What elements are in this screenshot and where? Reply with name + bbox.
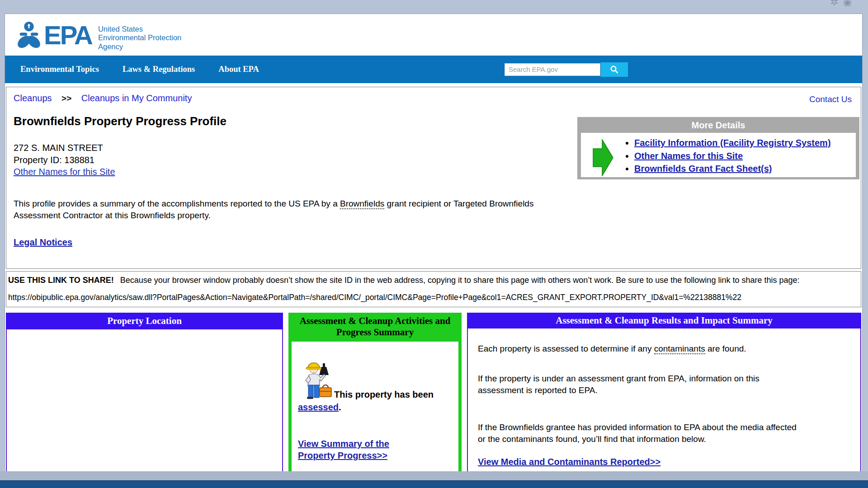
legal-notices-row: Legal Notices [14, 237, 854, 248]
search-icon [610, 65, 619, 74]
sparkle-icon[interactable]: ✲ [830, 0, 843, 6]
epa-logo[interactable]: EPA [15, 21, 92, 49]
window-corner-icons: ✲◉ [830, 0, 856, 6]
site-search [505, 62, 628, 77]
brownfields-term[interactable]: Brownfields [340, 199, 384, 209]
breadcrumb-cleanups-community[interactable]: Cleanups in My Community [81, 93, 192, 103]
more-details-box: More Details Facility Information (Facil… [577, 117, 859, 179]
legal-notices-link[interactable]: Legal Notices [14, 237, 72, 247]
results-paragraph-1: Each property is assessed to determine i… [478, 343, 803, 355]
contact-us-link[interactable]: Contact Us [809, 94, 852, 104]
search-input[interactable] [505, 63, 600, 76]
status-text: This property has been [334, 389, 434, 399]
profile-description: This profile provides a summary of the a… [14, 198, 552, 222]
site-header: EPA United States Environmental Protecti… [5, 14, 862, 56]
worker-assessment-icon [298, 358, 332, 399]
assessment-status: This property has been [298, 358, 452, 399]
more-details-links: Facility Information (Facility Registry … [634, 136, 831, 175]
more-details-body: Facility Information (Facility Registry … [581, 133, 856, 177]
search-button[interactable] [601, 62, 628, 77]
view-media-contaminants-link[interactable]: View Media and Contaminants Reported>> [478, 457, 660, 467]
other-names-link[interactable]: Other Names for this Site [634, 150, 743, 162]
activities-header: Assessment & Cleanup Activities and Prog… [292, 313, 458, 342]
contaminants-term[interactable]: contaminants [654, 344, 705, 354]
horizontal-scrollbar-track[interactable] [0, 471, 868, 480]
grant-fact-sheets-link[interactable]: Brownfields Grant Fact Sheet(s) [634, 162, 772, 175]
share-instructions: USE THIS LINK TO SHARE!Because your brow… [8, 276, 858, 285]
view-summary-progress-link[interactable]: View Summary of the Property Progress>> [298, 438, 420, 461]
results-header: Assessment & Cleanup Results and Impact … [467, 313, 861, 328]
column-gap [462, 313, 467, 473]
epa-wordmark: EPA [44, 23, 92, 48]
column-gap [283, 313, 288, 473]
breadcrumb-separator: >> [61, 94, 71, 103]
epa-flower-icon [15, 21, 43, 49]
property-location-column: Property Location [6, 313, 283, 473]
status-line2: assessed. [298, 402, 452, 413]
breadcrumb: Cleanups >> Cleanups in My Community [14, 93, 854, 103]
activities-body: This property has been assessed. View Su… [292, 342, 458, 473]
other-names-site-link[interactable]: Other Names for this Site [14, 167, 115, 177]
results-body: Each property is assessed to determine i… [467, 328, 861, 473]
summary-columns: Property Location Assessment & Cleanup A… [6, 313, 861, 473]
browser-page: EPA United States Environmental Protecti… [5, 14, 863, 473]
assessed-link[interactable]: assessed [298, 402, 339, 412]
facility-information-link[interactable]: Facility Information (Facility Registry … [634, 136, 831, 149]
results-column: Assessment & Cleanup Results and Impact … [467, 313, 861, 473]
list-item: Other Names for this Site [634, 150, 831, 162]
globe-icon[interactable]: ◉ [843, 0, 856, 6]
agency-name: United States Environmental Protection A… [98, 25, 181, 51]
green-arrow-icon [593, 139, 613, 176]
primary-navbar: Environmental Topics Laws & Regulations … [5, 56, 862, 83]
activities-column: Assessment & Cleanup Activities and Prog… [288, 313, 462, 473]
share-link-box: USE THIS LINK TO SHARE!Because your brow… [6, 271, 861, 307]
property-location-header: Property Location [6, 313, 283, 329]
profile-content-box: Contact Us Cleanups >> Cleanups in My Co… [6, 87, 861, 269]
property-location-map[interactable] [6, 329, 283, 473]
list-item: Facility Information (Facility Registry … [634, 136, 831, 149]
results-paragraph-3: If the Brownfields grantee has provided … [478, 422, 803, 445]
more-details-title: More Details [581, 119, 856, 133]
results-paragraph-2: If the property is under an assessment g… [478, 373, 803, 396]
breadcrumb-cleanups[interactable]: Cleanups [14, 93, 52, 103]
bottom-bar [0, 480, 868, 488]
list-item: Brownfields Grant Fact Sheet(s) [634, 162, 831, 175]
nav-laws-regulations[interactable]: Laws & Regulations [123, 65, 195, 74]
nav-about-epa[interactable]: About EPA [218, 65, 259, 74]
share-title: USE THIS LINK TO SHARE! [8, 276, 114, 285]
nav-environmental-topics[interactable]: Environmental Topics [20, 65, 99, 74]
share-url[interactable]: https://obipublic.epa.gov/analytics/saw.… [8, 293, 858, 302]
